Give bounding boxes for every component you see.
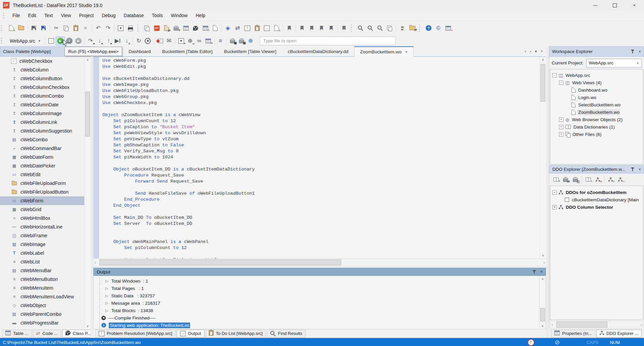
problem-resolution-icon[interactable]: ! [242,23,252,33]
find-icon[interactable] [356,23,365,33]
collapse-icon[interactable]: − [552,190,557,195]
scroll-down-icon[interactable]: ∨ [85,323,91,329]
watches-window-icon[interactable] [177,37,186,45]
new-file-icon[interactable] [6,23,16,33]
code-line[interactable]: Send HandleFileSave of oWebFileUploadBut… [102,191,546,197]
class-palette-item[interactable]: ↥ cWebColumn [0,65,91,74]
web-properties-window-icon[interactable]: ⊕ [186,37,195,45]
tree-item[interactable]: + DDO Column Selector [550,203,643,211]
first-bookmark-icon[interactable] [297,23,307,33]
expand-arrow-icon[interactable]: ▷ [105,279,108,283]
expand-icon[interactable]: + [559,117,563,122]
code-line[interactable] [102,251,546,257]
class-palette-item[interactable]: ▤ cWebMenuBar [0,266,91,275]
maximize-button[interactable] [605,0,625,10]
editor-horizontal-scrollbar[interactable]: ‹ › [93,258,546,266]
replace-in-files-icon[interactable] [407,23,417,33]
code-line[interactable]: Set psCaption to "Bucket Item" [102,124,546,130]
toolbar-grip[interactable] [1,25,3,31]
panel-tab[interactable]: ⇄ Code ... [33,330,61,338]
undo-icon[interactable]: ↶ [93,23,103,33]
sql-manager-icon[interactable] [237,37,246,45]
expand-arrow-icon[interactable]: ▷ [105,294,108,298]
class-palette-item[interactable]: ▦ cWebDateForm [0,153,91,161]
code-line[interactable] [102,233,546,239]
panel-tab[interactable]: To Do List [WebApp.src] [205,330,266,338]
class-palette-item[interactable]: ↥ cWebColumnLink [0,118,91,127]
panel-tab[interactable]: ! Problem Resolution [WebApp.src] [95,330,176,338]
autos-window-icon[interactable] [204,37,213,45]
code-text[interactable]: Use cWebForm.pkgUse cWebEdit.pkg Use cBu… [99,57,546,258]
scroll-up-icon[interactable]: ∧ [540,57,546,63]
ddo-horizontal-scrollbar[interactable]: ‹ › [550,320,643,329]
class-palette-item[interactable]: ↥ cWebColumnCombo [0,92,91,100]
code-synchronize-icon[interactable]: ⇄ [233,23,242,33]
toggle-breakpoint-icon[interactable] [155,37,165,45]
scroll-right-icon[interactable]: › [641,323,642,327]
pin-icon[interactable] [532,270,536,274]
database-builder-icon[interactable] [171,23,181,33]
scrollbar-thumb[interactable] [85,92,90,137]
last-bookmark-icon[interactable] [326,23,336,33]
class-palette-item[interactable]: ↥ cWebColumnImage [0,109,91,118]
stop-debugging-icon[interactable] [143,37,152,45]
code-line[interactable]: Set Main_DD To oBucketItem_DD [102,215,546,221]
class-palette-item[interactable]: ▤ cWebParentCombo [0,310,91,318]
code-line[interactable]: Use cWebEdit.pkg [102,64,546,70]
class-palette-scrollbar[interactable]: ∧ ∨ [84,57,91,329]
class-palette-item[interactable]: cWebFileUploadButton [0,188,91,196]
panel-tab[interactable]: DDO Explorer ... [596,330,642,338]
database-explorer-icon[interactable] [228,37,237,45]
editor-tab[interactable]: BucketItem [Table Viewer] [218,46,282,56]
scrollbar-thumb[interactable] [541,64,545,102]
vertical-splitter[interactable] [91,57,93,329]
output-row[interactable]: ▷Static Data : 323757 [94,292,546,299]
save-icon[interactable] [29,23,39,33]
code-line[interactable]: Use cBucketItemDataDictionary.dd [102,76,546,82]
class-palette-item[interactable]: ≡ cWebMenuItemLoadView [0,292,91,301]
scroll-right-icon[interactable]: › [544,261,545,264]
dataflex-studio-icon[interactable]: DF [152,23,162,33]
scrollbar-thumb[interactable] [556,322,607,328]
code-line[interactable]: Set piColumnCount to 12 [102,245,546,251]
locate-file-icon[interactable] [210,23,220,33]
find-previous-icon[interactable] [365,23,375,33]
code-line[interactable]: Object oWebMainPanel is a cWebPanel [102,239,546,245]
class-palette-icon[interactable] [191,23,200,33]
output-row[interactable]: ----Compile Finished---- [94,314,546,322]
code-line[interactable] [102,209,546,215]
vertical-splitter[interactable] [546,46,549,57]
code-line[interactable]: Use cWebForm.pkg [102,58,546,64]
delete-icon[interactable]: × [81,23,90,33]
close-tab-icon[interactable]: × [541,49,543,54]
panel-tab[interactable]: Table ... [2,330,32,338]
cut-icon[interactable]: ✂ [51,23,61,33]
code-line[interactable]: Set peWebViewStyle to wvsDrilldown [102,130,546,136]
scroll-tabs-left-icon[interactable]: ‹ [525,49,526,54]
code-line[interactable]: Set pbShowCaption to False [102,142,546,148]
editor-tab[interactable]: Dashboard [123,46,156,56]
bookmark-panel-icon[interactable] [284,23,294,33]
class-palette-item[interactable]: ▬ cWebProgressBar [0,318,91,327]
class-palette-item[interactable]: ▨ cWebImage [0,240,91,249]
code-line[interactable]: Use cWebCheckbox.pkg [102,100,546,106]
tree-item[interactable]: − ◫ WebApp.src [550,71,643,79]
find-next-icon[interactable] [375,23,385,33]
panel-tab[interactable]: Class P... [62,330,91,338]
toolbar-grip[interactable] [1,38,3,44]
close-panel-icon[interactable]: × [639,167,641,172]
scroll-left-icon[interactable]: ‹ [95,261,96,264]
pin-icon[interactable] [631,50,634,53]
menu-text[interactable]: Text [40,11,57,20]
pin-icon[interactable] [631,167,634,171]
output-row[interactable]: ▷Message area : 216317 [94,299,546,307]
scrollbar-thumb[interactable] [99,259,341,265]
class-palette-item[interactable]: T cWebLabel [0,249,91,257]
class-palette-item[interactable]: ▤ cWebCombo [0,135,91,144]
class-palette-item[interactable]: ‹› cWebHtmlBox [0,214,91,223]
window-list-icon[interactable] [142,23,152,33]
close-tab-icon[interactable]: × [405,50,408,54]
class-palette-item[interactable]: ▭ cWebForm [0,196,91,205]
open-file-input[interactable] [260,37,396,45]
panel-tab[interactable]: Properties (In... [551,330,595,338]
